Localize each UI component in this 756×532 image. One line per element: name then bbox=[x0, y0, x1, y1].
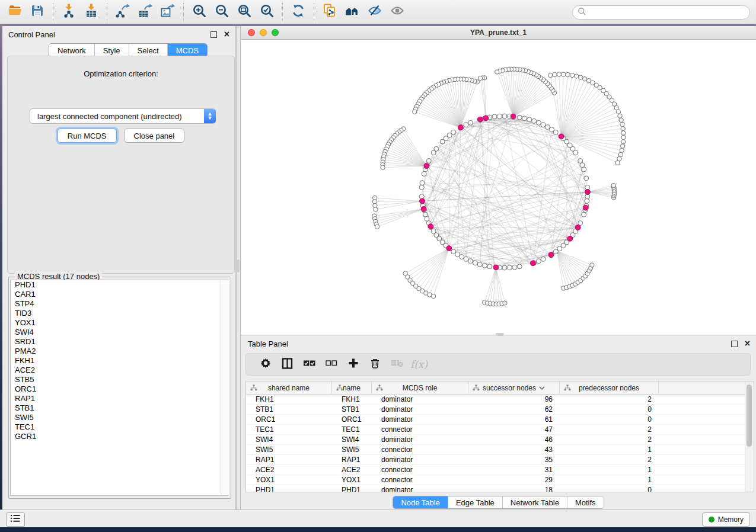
search-input[interactable] bbox=[586, 7, 749, 18]
network-mcds-node[interactable] bbox=[493, 265, 499, 270]
table-cell[interactable]: STB1 bbox=[246, 405, 332, 414]
table-scrollbar[interactable] bbox=[745, 382, 754, 492]
table-cell[interactable]: 2 bbox=[560, 435, 659, 444]
network-node[interactable] bbox=[620, 122, 624, 126]
network-node[interactable] bbox=[419, 185, 424, 190]
mcds-result-item[interactable]: ACE2 bbox=[11, 366, 228, 375]
network-canvas[interactable] bbox=[241, 40, 756, 335]
table-cell[interactable]: 2 bbox=[560, 395, 659, 404]
network-node[interactable] bbox=[550, 127, 554, 132]
network-node[interactable] bbox=[460, 255, 464, 259]
network-mcds-node[interactable] bbox=[585, 190, 591, 195]
mcds-result-item[interactable]: TEC1 bbox=[11, 422, 228, 432]
table-row[interactable]: FKH1FKH1dominator962 bbox=[246, 395, 754, 405]
tab-motifs[interactable]: Motifs bbox=[567, 496, 604, 508]
network-node[interactable] bbox=[617, 156, 621, 161]
export-image-button[interactable] bbox=[157, 2, 179, 22]
mcds-result-item[interactable]: RAP1 bbox=[11, 394, 228, 403]
network-node[interactable] bbox=[374, 207, 378, 211]
column-header-mcds-role[interactable]: MCDS role bbox=[372, 382, 468, 394]
network-node[interactable] bbox=[562, 72, 566, 76]
network-node[interactable] bbox=[578, 159, 583, 164]
table-cell[interactable]: 29 bbox=[468, 475, 560, 485]
table-cell[interactable]: SWI5 bbox=[332, 445, 372, 454]
network-node[interactable] bbox=[522, 116, 527, 121]
tab-edge-table[interactable]: Edge Table bbox=[448, 496, 502, 508]
table-cell[interactable]: dominator bbox=[372, 455, 468, 464]
close-panel-icon[interactable]: × bbox=[224, 31, 229, 37]
save-session-button[interactable] bbox=[26, 2, 49, 22]
zoom-in-button[interactable] bbox=[188, 2, 210, 22]
table-cell[interactable]: dominator bbox=[372, 405, 468, 414]
column-header-name[interactable]: name bbox=[332, 382, 372, 394]
export-table-button[interactable] bbox=[134, 2, 157, 22]
tab-style[interactable]: Style bbox=[94, 44, 129, 57]
hide-selected-button[interactable] bbox=[363, 2, 386, 22]
table-cell[interactable]: 1 bbox=[560, 475, 659, 485]
zoom-out-button[interactable] bbox=[210, 2, 233, 22]
network-node[interactable] bbox=[615, 161, 620, 165]
table-cell[interactable]: connector bbox=[372, 465, 468, 475]
criterion-dropdown[interactable]: largest connected component (undirected)… bbox=[30, 108, 216, 124]
network-node[interactable] bbox=[508, 265, 512, 270]
network-mcds-node[interactable] bbox=[421, 206, 426, 211]
show-columns-button[interactable] bbox=[276, 355, 298, 373]
network-mcds-node[interactable] bbox=[428, 224, 433, 229]
network-node[interactable] bbox=[431, 294, 435, 298]
network-node[interactable] bbox=[478, 76, 482, 80]
network-node[interactable] bbox=[537, 259, 541, 264]
network-node[interactable] bbox=[381, 165, 385, 169]
import-table-button[interactable] bbox=[80, 2, 103, 22]
table-cell[interactable]: FKH1 bbox=[332, 395, 372, 404]
network-node[interactable] bbox=[621, 144, 625, 148]
table-cell[interactable]: connector bbox=[372, 425, 468, 434]
network-node[interactable] bbox=[537, 120, 541, 125]
network-node[interactable] bbox=[585, 185, 590, 190]
network-node[interactable] bbox=[621, 126, 625, 130]
network-mcds-node[interactable] bbox=[575, 225, 580, 230]
open-session-button[interactable] bbox=[4, 2, 26, 22]
network-node[interactable] bbox=[570, 73, 574, 77]
network-node[interactable] bbox=[517, 115, 522, 120]
table-cell[interactable]: TEC1 bbox=[332, 425, 372, 434]
mcds-result-item[interactable]: SRD1 bbox=[11, 337, 228, 347]
mcds-result-item[interactable]: GCR1 bbox=[11, 432, 228, 441]
network-node[interactable] bbox=[575, 74, 579, 78]
network-node[interactable] bbox=[517, 264, 522, 269]
network-mcds-node[interactable] bbox=[420, 198, 425, 204]
table-cell[interactable]: YOX1 bbox=[332, 475, 372, 485]
network-node[interactable] bbox=[583, 77, 587, 81]
table-cell[interactable]: YOX1 bbox=[246, 475, 332, 485]
horizontal-splitter-grip[interactable] bbox=[496, 333, 504, 336]
table-row[interactable]: RAP1RAP1dominator352 bbox=[246, 455, 754, 465]
show-all-button[interactable] bbox=[386, 2, 409, 22]
table-cell[interactable]: 62 bbox=[468, 405, 560, 414]
table-cell[interactable]: 47 bbox=[468, 425, 560, 434]
table-cell[interactable]: RAP1 bbox=[332, 455, 372, 464]
tab-mcds[interactable]: MCDS bbox=[167, 44, 207, 57]
float-table-panel-icon[interactable] bbox=[731, 341, 738, 347]
deselect-all-rows-button[interactable] bbox=[320, 355, 342, 373]
mcds-result-item[interactable]: STP4 bbox=[11, 299, 228, 309]
table-cell[interactable]: 2 bbox=[560, 425, 659, 434]
network-node[interactable] bbox=[579, 75, 583, 79]
table-row[interactable]: SWI4SWI4dominator462 bbox=[246, 435, 754, 445]
network-node[interactable] bbox=[431, 150, 436, 155]
apply-layout-button[interactable] bbox=[287, 2, 310, 22]
table-cell[interactable]: PHD1 bbox=[332, 485, 372, 492]
table-cell[interactable]: SWI4 bbox=[246, 435, 332, 444]
network-node[interactable] bbox=[548, 73, 553, 77]
network-node[interactable] bbox=[512, 265, 517, 270]
tab-select[interactable]: Select bbox=[129, 44, 167, 57]
table-row[interactable]: STB1STB1dominator620 bbox=[246, 405, 754, 415]
network-node[interactable] bbox=[492, 114, 497, 119]
network-node[interactable] bbox=[487, 264, 492, 269]
table-cell[interactable]: SWI5 bbox=[246, 445, 332, 454]
nested-networks-button[interactable] bbox=[341, 2, 363, 22]
mcds-result-item[interactable]: SWI5 bbox=[11, 413, 228, 422]
network-node[interactable] bbox=[502, 114, 507, 118]
network-mcds-node[interactable] bbox=[478, 117, 483, 122]
network-node[interactable] bbox=[619, 118, 623, 122]
network-mcds-node[interactable] bbox=[548, 252, 554, 258]
search-field[interactable] bbox=[572, 5, 750, 20]
